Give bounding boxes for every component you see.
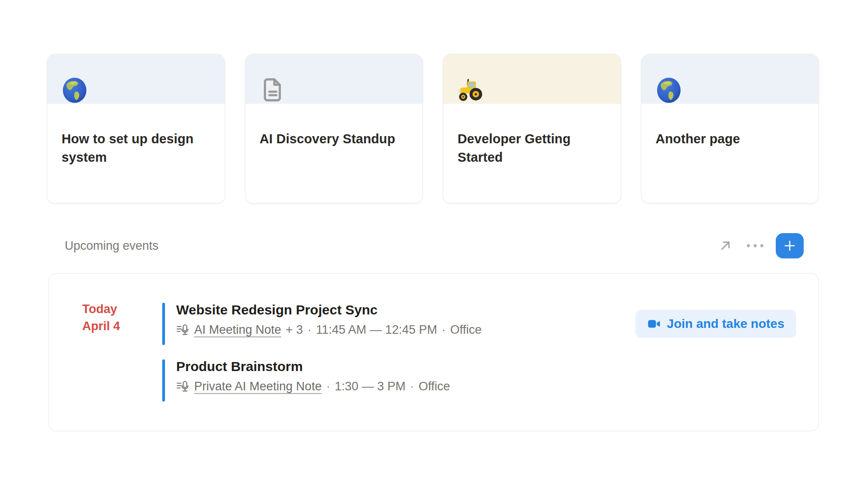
more-options-button[interactable] bbox=[746, 237, 764, 255]
meeting-note-link[interactable]: AI Meeting Note bbox=[194, 322, 281, 338]
join-and-take-notes-button[interactable]: Join and take notes bbox=[636, 310, 796, 338]
card-title: Developer Getting Started bbox=[458, 130, 608, 167]
globe-icon bbox=[655, 76, 683, 104]
page-cards-row: How to set up design system AI Discovery… bbox=[47, 54, 819, 203]
add-event-button[interactable] bbox=[776, 233, 804, 258]
separator: · bbox=[410, 378, 414, 394]
event-time: 11:45 AM — 12:45 PM bbox=[316, 322, 437, 338]
card-title: AI Discovery Standup bbox=[260, 130, 410, 148]
video-camera-icon bbox=[647, 317, 661, 331]
event-row-website-redesign[interactable]: Website Redesign Project Sync AI Meeting… bbox=[162, 301, 796, 347]
date-value: April 4 bbox=[82, 318, 120, 335]
tractor-icon bbox=[457, 76, 485, 104]
section-toolbar bbox=[716, 233, 804, 258]
event-date: Today April 4 bbox=[82, 301, 120, 335]
upcoming-events-header: Upcoming events bbox=[65, 232, 804, 259]
event-color-bar bbox=[162, 303, 165, 345]
open-in-full-button[interactable] bbox=[716, 237, 734, 255]
document-icon bbox=[259, 76, 287, 104]
page-card-design-system[interactable]: How to set up design system bbox=[47, 54, 225, 203]
separator: · bbox=[326, 378, 330, 394]
page-card-another-page[interactable]: Another page bbox=[641, 54, 819, 203]
card-title: How to set up design system bbox=[62, 130, 212, 167]
globe-icon bbox=[61, 76, 89, 104]
card-title: Another page bbox=[656, 130, 806, 148]
upcoming-events-card: Today April 4 Website Redesign Project S… bbox=[49, 273, 819, 431]
event-list: Website Redesign Project Sync AI Meeting… bbox=[162, 301, 796, 404]
event-meta: Private AI Meeting Note · 1:30 — 3 PM · … bbox=[176, 378, 796, 394]
page-card-developer-getting-started[interactable]: Developer Getting Started bbox=[443, 54, 621, 203]
section-title: Upcoming events bbox=[65, 239, 159, 253]
meeting-note-link[interactable]: Private AI Meeting Note bbox=[194, 378, 322, 394]
page: How to set up design system AI Discovery… bbox=[0, 0, 863, 504]
join-button-label: Join and take notes bbox=[667, 317, 784, 331]
separator: · bbox=[442, 322, 446, 338]
separator: · bbox=[307, 322, 311, 338]
meeting-note-icon bbox=[176, 324, 190, 336]
note-extra-count: + 3 bbox=[286, 322, 303, 338]
event-title: Product Brainstorm bbox=[176, 357, 796, 376]
date-label: Today bbox=[82, 301, 120, 318]
plus-icon bbox=[783, 239, 797, 253]
event-row-product-brainstorm[interactable]: Product Brainstorm Private AI Meeting No… bbox=[162, 357, 796, 404]
event-time: 1:30 — 3 PM bbox=[335, 378, 406, 394]
arrow-up-right-icon bbox=[718, 238, 733, 253]
event-location: Office bbox=[450, 322, 482, 338]
meeting-note-icon bbox=[176, 380, 190, 392]
event-location: Office bbox=[418, 378, 450, 394]
ellipsis-icon bbox=[746, 243, 764, 248]
event-color-bar bbox=[162, 359, 165, 402]
page-card-ai-discovery-standup[interactable]: AI Discovery Standup bbox=[245, 54, 423, 203]
